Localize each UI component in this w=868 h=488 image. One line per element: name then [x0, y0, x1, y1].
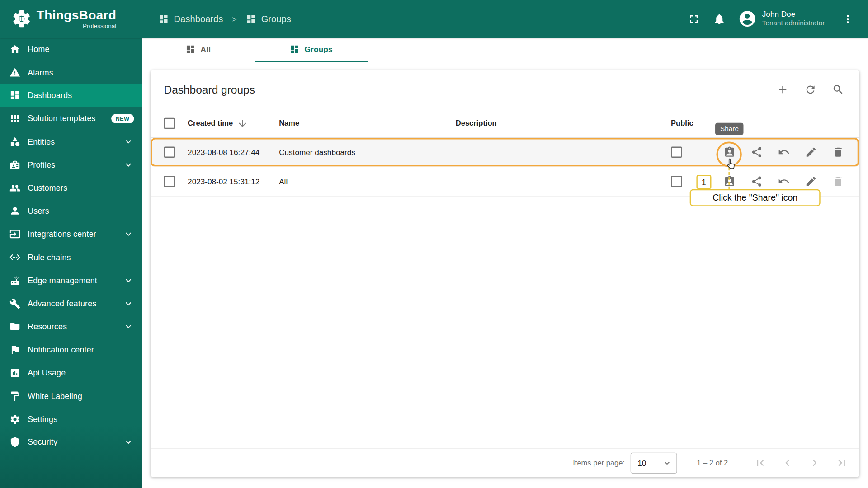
sidebar-item-rule-chains[interactable]: Rule chains — [0, 246, 142, 269]
new-badge: NEW — [111, 114, 134, 123]
column-public: Public — [664, 119, 717, 127]
avatar[interactable] — [738, 9, 757, 28]
last-page-button[interactable] — [835, 456, 848, 469]
table-row-customer-dashboards[interactable]: 2023-08-08 16:27:44 Customer dashboards — [151, 138, 859, 167]
user-menu[interactable]: John Doe Tenant administrator — [762, 9, 825, 28]
sidebar-item-home[interactable]: Home — [0, 38, 142, 61]
edit-button[interactable] — [804, 145, 817, 159]
solution-templates-icon — [9, 113, 20, 124]
make-public-button[interactable] — [750, 175, 763, 188]
app-header: ThingsBoard Professional Dashboards > Gr… — [0, 0, 868, 38]
edit-button[interactable] — [804, 175, 817, 188]
thingsboard-logo-icon — [11, 8, 32, 29]
column-name[interactable]: Name — [274, 119, 449, 127]
refresh-button[interactable] — [801, 80, 821, 99]
sidebar-item-solution-templates[interactable]: Solution templates NEW — [0, 107, 142, 130]
chevron-down-icon — [662, 458, 672, 468]
page-size-value: 10 — [637, 458, 646, 467]
select-all-checkbox[interactable] — [164, 117, 175, 128]
edit-pencil-icon — [805, 146, 817, 158]
sidebar-item-resources[interactable]: Resources — [0, 315, 142, 338]
undo-icon — [778, 146, 790, 158]
column-description[interactable]: Description — [449, 119, 664, 127]
sidebar-item-customers[interactable]: Customers — [0, 176, 142, 199]
paginator: Items per page: 10 1 – 2 of 2 — [151, 448, 859, 477]
sidebar-item-alarms[interactable]: Alarms — [0, 61, 142, 84]
annotation-step: 1 — [696, 175, 711, 189]
breadcrumb-label: Dashboards — [174, 14, 223, 24]
settings-icon — [9, 413, 20, 424]
next-page-button[interactable] — [808, 456, 821, 469]
sidebar-item-entities[interactable]: Entities — [0, 130, 142, 153]
rule-chains-icon — [9, 252, 20, 263]
previous-page-icon — [781, 456, 793, 469]
first-page-icon — [754, 456, 766, 469]
row-checkbox[interactable] — [164, 176, 175, 187]
make-private-button[interactable] — [777, 175, 790, 188]
row-checkbox[interactable] — [164, 146, 175, 157]
first-page-button[interactable] — [754, 456, 767, 469]
tab-bar: All Groups — [142, 38, 868, 62]
search-button[interactable] — [828, 80, 848, 99]
alarms-icon — [9, 67, 20, 78]
white-labeling-icon — [9, 390, 20, 401]
make-private-button[interactable] — [777, 145, 790, 159]
trash-icon — [832, 175, 844, 188]
notifications-button[interactable] — [707, 6, 732, 31]
last-page-icon — [835, 456, 848, 469]
sidebar-item-edge-management[interactable]: Edge management — [0, 269, 142, 292]
users-icon — [9, 206, 20, 216]
entities-icon — [9, 136, 20, 147]
sidebar-item-security[interactable]: Security — [0, 431, 142, 454]
logo-subtitle: Professional — [37, 23, 116, 29]
chevron-down-icon — [123, 136, 134, 147]
breadcrumb-groups[interactable]: Groups — [245, 14, 291, 24]
resources-icon — [9, 321, 20, 332]
share-icon — [750, 146, 763, 158]
make-public-button[interactable] — [750, 145, 763, 159]
search-icon — [832, 84, 844, 96]
public-checkbox[interactable] — [671, 176, 682, 187]
sidebar-item-dashboards[interactable]: Dashboards — [0, 84, 142, 107]
column-created-time[interactable]: Created time — [182, 117, 274, 128]
sidebar-item-profiles[interactable]: Profiles — [0, 153, 142, 176]
integrations-icon — [9, 229, 20, 239]
user-role: Tenant administrator — [762, 19, 825, 28]
tab-all[interactable]: All — [142, 38, 255, 62]
chevron-down-icon — [123, 321, 134, 332]
app-logo[interactable]: ThingsBoard Professional — [0, 8, 142, 29]
next-page-icon — [808, 456, 821, 469]
sidebar-item-settings[interactable]: Settings — [0, 408, 142, 431]
more-vert-icon — [841, 13, 854, 25]
fullscreen-button[interactable] — [681, 6, 707, 31]
delete-button[interactable] — [831, 175, 844, 188]
tab-label: Groups — [304, 45, 332, 54]
public-checkbox[interactable] — [671, 146, 682, 157]
trash-icon — [832, 146, 844, 158]
fullscreen-icon — [688, 13, 700, 25]
add-group-button[interactable] — [773, 80, 793, 99]
annotation-label: Click the "Share" icon — [690, 189, 821, 206]
cursor-icon — [725, 158, 738, 171]
sidebar-item-white-labeling[interactable]: White Labeling — [0, 385, 142, 408]
delete-button[interactable] — [831, 145, 844, 159]
api-usage-icon — [9, 367, 20, 378]
previous-page-button[interactable] — [781, 456, 794, 469]
groups-tab-icon — [289, 44, 299, 54]
share-icon — [750, 175, 763, 188]
sidebar: Home Alarms Dashboards Solution template… — [0, 38, 142, 488]
page-size-select[interactable]: 10 — [630, 452, 677, 474]
tab-groups[interactable]: Groups — [255, 38, 368, 62]
sidebar-item-advanced-features[interactable]: Advanced features — [0, 292, 142, 315]
cell-name: All — [274, 177, 449, 186]
advanced-features-icon — [9, 298, 20, 309]
breadcrumb-dashboards[interactable]: Dashboards — [158, 14, 223, 24]
more-menu-button[interactable] — [835, 6, 860, 31]
all-tab-icon — [186, 44, 196, 54]
sidebar-item-integrations-center[interactable]: Integrations center — [0, 223, 142, 246]
breadcrumb: Dashboards > Groups — [158, 14, 291, 24]
sidebar-item-notification-center[interactable]: Notification center — [0, 338, 142, 361]
sidebar-item-api-usage[interactable]: Api Usage — [0, 361, 142, 385]
profiles-icon — [9, 160, 20, 170]
sidebar-item-users[interactable]: Users — [0, 200, 142, 223]
